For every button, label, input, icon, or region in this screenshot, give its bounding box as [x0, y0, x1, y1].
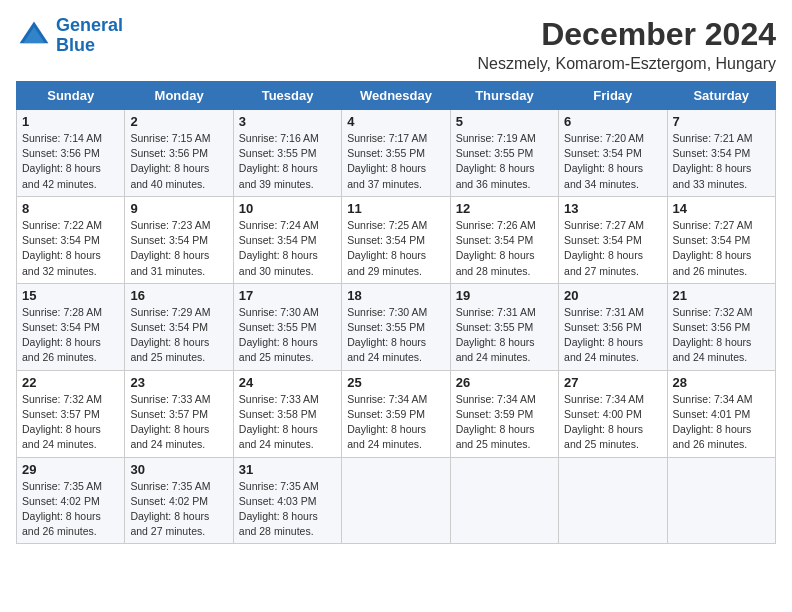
- day-number: 6: [564, 114, 661, 129]
- day-number: 10: [239, 201, 336, 216]
- day-number: 19: [456, 288, 553, 303]
- day-number: 18: [347, 288, 444, 303]
- weekday-header-sunday: Sunday: [17, 82, 125, 110]
- week-row-1: 1Sunrise: 7:14 AMSunset: 3:56 PMDaylight…: [17, 110, 776, 197]
- calendar-cell: 27Sunrise: 7:34 AMSunset: 4:00 PMDayligh…: [559, 370, 667, 457]
- weekday-header-tuesday: Tuesday: [233, 82, 341, 110]
- calendar-cell: 7Sunrise: 7:21 AMSunset: 3:54 PMDaylight…: [667, 110, 775, 197]
- day-info: Sunrise: 7:25 AMSunset: 3:54 PMDaylight:…: [347, 218, 444, 279]
- day-number: 17: [239, 288, 336, 303]
- day-info: Sunrise: 7:19 AMSunset: 3:55 PMDaylight:…: [456, 131, 553, 192]
- day-number: 14: [673, 201, 770, 216]
- calendar-cell: 2Sunrise: 7:15 AMSunset: 3:56 PMDaylight…: [125, 110, 233, 197]
- day-number: 21: [673, 288, 770, 303]
- calendar-cell: 6Sunrise: 7:20 AMSunset: 3:54 PMDaylight…: [559, 110, 667, 197]
- day-info: Sunrise: 7:33 AMSunset: 3:57 PMDaylight:…: [130, 392, 227, 453]
- calendar-cell: 28Sunrise: 7:34 AMSunset: 4:01 PMDayligh…: [667, 370, 775, 457]
- day-number: 23: [130, 375, 227, 390]
- day-info: Sunrise: 7:35 AMSunset: 4:03 PMDaylight:…: [239, 479, 336, 540]
- calendar-cell: 19Sunrise: 7:31 AMSunset: 3:55 PMDayligh…: [450, 283, 558, 370]
- day-number: 16: [130, 288, 227, 303]
- calendar-cell: 8Sunrise: 7:22 AMSunset: 3:54 PMDaylight…: [17, 196, 125, 283]
- weekday-header-saturday: Saturday: [667, 82, 775, 110]
- month-title: December 2024: [478, 16, 776, 53]
- day-info: Sunrise: 7:34 AMSunset: 3:59 PMDaylight:…: [347, 392, 444, 453]
- calendar-cell: 14Sunrise: 7:27 AMSunset: 3:54 PMDayligh…: [667, 196, 775, 283]
- day-number: 8: [22, 201, 119, 216]
- weekday-header-wednesday: Wednesday: [342, 82, 450, 110]
- calendar-cell: 5Sunrise: 7:19 AMSunset: 3:55 PMDaylight…: [450, 110, 558, 197]
- week-row-5: 29Sunrise: 7:35 AMSunset: 4:02 PMDayligh…: [17, 457, 776, 544]
- calendar-cell: [559, 457, 667, 544]
- week-row-2: 8Sunrise: 7:22 AMSunset: 3:54 PMDaylight…: [17, 196, 776, 283]
- logo-line2: Blue: [56, 35, 95, 55]
- day-number: 31: [239, 462, 336, 477]
- week-row-3: 15Sunrise: 7:28 AMSunset: 3:54 PMDayligh…: [17, 283, 776, 370]
- calendar-cell: [450, 457, 558, 544]
- calendar-cell: 23Sunrise: 7:33 AMSunset: 3:57 PMDayligh…: [125, 370, 233, 457]
- day-number: 3: [239, 114, 336, 129]
- weekday-header-row: SundayMondayTuesdayWednesdayThursdayFrid…: [17, 82, 776, 110]
- calendar-cell: 4Sunrise: 7:17 AMSunset: 3:55 PMDaylight…: [342, 110, 450, 197]
- calendar-cell: 1Sunrise: 7:14 AMSunset: 3:56 PMDaylight…: [17, 110, 125, 197]
- logo-text: General Blue: [56, 16, 123, 56]
- day-number: 4: [347, 114, 444, 129]
- weekday-header-friday: Friday: [559, 82, 667, 110]
- calendar-cell: [342, 457, 450, 544]
- day-number: 9: [130, 201, 227, 216]
- day-info: Sunrise: 7:35 AMSunset: 4:02 PMDaylight:…: [130, 479, 227, 540]
- logo: General Blue: [16, 16, 123, 56]
- day-number: 22: [22, 375, 119, 390]
- day-info: Sunrise: 7:30 AMSunset: 3:55 PMDaylight:…: [347, 305, 444, 366]
- day-info: Sunrise: 7:34 AMSunset: 4:01 PMDaylight:…: [673, 392, 770, 453]
- week-row-4: 22Sunrise: 7:32 AMSunset: 3:57 PMDayligh…: [17, 370, 776, 457]
- calendar-cell: 24Sunrise: 7:33 AMSunset: 3:58 PMDayligh…: [233, 370, 341, 457]
- day-info: Sunrise: 7:30 AMSunset: 3:55 PMDaylight:…: [239, 305, 336, 366]
- calendar-cell: 25Sunrise: 7:34 AMSunset: 3:59 PMDayligh…: [342, 370, 450, 457]
- day-info: Sunrise: 7:17 AMSunset: 3:55 PMDaylight:…: [347, 131, 444, 192]
- day-info: Sunrise: 7:24 AMSunset: 3:54 PMDaylight:…: [239, 218, 336, 279]
- calendar-cell: 17Sunrise: 7:30 AMSunset: 3:55 PMDayligh…: [233, 283, 341, 370]
- day-info: Sunrise: 7:35 AMSunset: 4:02 PMDaylight:…: [22, 479, 119, 540]
- calendar-cell: 11Sunrise: 7:25 AMSunset: 3:54 PMDayligh…: [342, 196, 450, 283]
- day-number: 20: [564, 288, 661, 303]
- day-info: Sunrise: 7:27 AMSunset: 3:54 PMDaylight:…: [673, 218, 770, 279]
- day-info: Sunrise: 7:23 AMSunset: 3:54 PMDaylight:…: [130, 218, 227, 279]
- location-title: Neszmely, Komarom-Esztergom, Hungary: [478, 55, 776, 73]
- calendar-cell: 3Sunrise: 7:16 AMSunset: 3:55 PMDaylight…: [233, 110, 341, 197]
- day-number: 12: [456, 201, 553, 216]
- day-number: 13: [564, 201, 661, 216]
- day-info: Sunrise: 7:32 AMSunset: 3:56 PMDaylight:…: [673, 305, 770, 366]
- calendar-cell: 10Sunrise: 7:24 AMSunset: 3:54 PMDayligh…: [233, 196, 341, 283]
- day-number: 25: [347, 375, 444, 390]
- day-number: 28: [673, 375, 770, 390]
- day-number: 5: [456, 114, 553, 129]
- weekday-header-thursday: Thursday: [450, 82, 558, 110]
- calendar-cell: 30Sunrise: 7:35 AMSunset: 4:02 PMDayligh…: [125, 457, 233, 544]
- day-info: Sunrise: 7:31 AMSunset: 3:55 PMDaylight:…: [456, 305, 553, 366]
- header: General Blue December 2024 Neszmely, Kom…: [16, 16, 776, 73]
- logo-icon: [16, 18, 52, 54]
- calendar-cell: 21Sunrise: 7:32 AMSunset: 3:56 PMDayligh…: [667, 283, 775, 370]
- calendar-cell: [667, 457, 775, 544]
- weekday-header-monday: Monday: [125, 82, 233, 110]
- day-info: Sunrise: 7:31 AMSunset: 3:56 PMDaylight:…: [564, 305, 661, 366]
- day-number: 7: [673, 114, 770, 129]
- day-number: 15: [22, 288, 119, 303]
- day-info: Sunrise: 7:28 AMSunset: 3:54 PMDaylight:…: [22, 305, 119, 366]
- day-number: 24: [239, 375, 336, 390]
- calendar-cell: 26Sunrise: 7:34 AMSunset: 3:59 PMDayligh…: [450, 370, 558, 457]
- day-number: 27: [564, 375, 661, 390]
- calendar-cell: 22Sunrise: 7:32 AMSunset: 3:57 PMDayligh…: [17, 370, 125, 457]
- day-info: Sunrise: 7:32 AMSunset: 3:57 PMDaylight:…: [22, 392, 119, 453]
- day-info: Sunrise: 7:20 AMSunset: 3:54 PMDaylight:…: [564, 131, 661, 192]
- day-info: Sunrise: 7:34 AMSunset: 3:59 PMDaylight:…: [456, 392, 553, 453]
- calendar-cell: 31Sunrise: 7:35 AMSunset: 4:03 PMDayligh…: [233, 457, 341, 544]
- day-info: Sunrise: 7:33 AMSunset: 3:58 PMDaylight:…: [239, 392, 336, 453]
- calendar-cell: 9Sunrise: 7:23 AMSunset: 3:54 PMDaylight…: [125, 196, 233, 283]
- day-info: Sunrise: 7:27 AMSunset: 3:54 PMDaylight:…: [564, 218, 661, 279]
- day-info: Sunrise: 7:14 AMSunset: 3:56 PMDaylight:…: [22, 131, 119, 192]
- day-number: 2: [130, 114, 227, 129]
- calendar-cell: 13Sunrise: 7:27 AMSunset: 3:54 PMDayligh…: [559, 196, 667, 283]
- day-info: Sunrise: 7:22 AMSunset: 3:54 PMDaylight:…: [22, 218, 119, 279]
